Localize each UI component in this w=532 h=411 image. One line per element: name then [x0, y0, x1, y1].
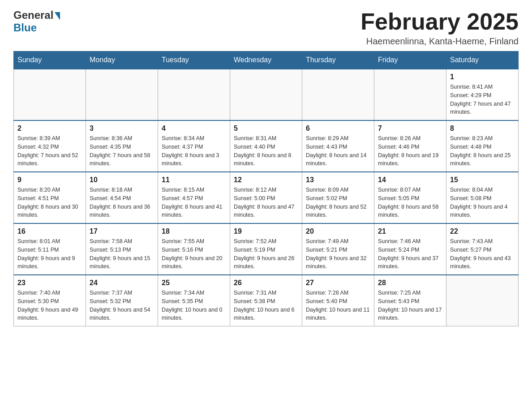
day-number: 22: [450, 227, 515, 235]
day-number: 20: [306, 227, 370, 235]
day-number: 13: [306, 176, 370, 184]
calendar-cell: 2Sunrise: 8:39 AMSunset: 4:32 PMDaylight…: [14, 120, 86, 172]
calendar-cell: [14, 69, 86, 120]
day-info: Sunrise: 8:39 AMSunset: 4:32 PMDaylight:…: [17, 134, 82, 168]
day-info: Sunrise: 8:07 AMSunset: 5:05 PMDaylight:…: [378, 186, 442, 219]
day-info: Sunrise: 7:43 AMSunset: 5:27 PMDaylight:…: [450, 237, 515, 271]
calendar-subtitle: Haemeenlinna, Kanta-Haeme, Finland: [360, 36, 519, 47]
day-number: 11: [162, 176, 226, 184]
day-info: Sunrise: 8:12 AMSunset: 5:00 PMDaylight:…: [234, 186, 298, 219]
day-number: 3: [90, 124, 154, 133]
day-number: 14: [378, 176, 442, 184]
title-section: February 2025 Haemeenlinna, Kanta-Haeme,…: [360, 9, 519, 47]
calendar-cell: 19Sunrise: 7:52 AMSunset: 5:19 PMDayligh…: [230, 223, 302, 275]
day-number: 28: [378, 279, 442, 287]
day-number: 1: [450, 73, 515, 81]
logo-general-text: General: [13, 9, 53, 21]
calendar-cell: 12Sunrise: 8:12 AMSunset: 5:00 PMDayligh…: [230, 172, 302, 223]
weekday-header-monday: Monday: [86, 51, 158, 69]
calendar-cell: 5Sunrise: 8:31 AMSunset: 4:40 PMDaylight…: [230, 120, 302, 172]
calendar-table: SundayMondayTuesdayWednesdayThursdayFrid…: [13, 51, 519, 326]
calendar-cell: [86, 69, 158, 120]
day-info: Sunrise: 8:15 AMSunset: 4:57 PMDaylight:…: [162, 186, 226, 219]
day-number: 7: [378, 124, 442, 133]
day-info: Sunrise: 7:31 AMSunset: 5:38 PMDaylight:…: [234, 289, 298, 322]
day-info: Sunrise: 8:41 AMSunset: 4:29 PMDaylight:…: [450, 83, 515, 116]
day-info: Sunrise: 8:18 AMSunset: 4:54 PMDaylight:…: [90, 186, 154, 219]
calendar-week-row: 23Sunrise: 7:40 AMSunset: 5:30 PMDayligh…: [14, 275, 519, 326]
day-info: Sunrise: 8:04 AMSunset: 5:08 PMDaylight:…: [450, 186, 515, 219]
calendar-cell: 20Sunrise: 7:49 AMSunset: 5:21 PMDayligh…: [302, 223, 374, 275]
day-info: Sunrise: 8:09 AMSunset: 5:02 PMDaylight:…: [306, 186, 370, 219]
day-number: 27: [306, 279, 370, 287]
calendar-cell: 16Sunrise: 8:01 AMSunset: 5:11 PMDayligh…: [14, 223, 86, 275]
day-info: Sunrise: 8:20 AMSunset: 4:51 PMDaylight:…: [17, 186, 82, 219]
day-number: 26: [234, 279, 298, 287]
day-number: 15: [450, 176, 515, 184]
logo-blue-text: Blue: [13, 21, 37, 34]
weekday-header-thursday: Thursday: [302, 51, 374, 69]
weekday-header-tuesday: Tuesday: [158, 51, 230, 69]
logo: General Blue: [13, 9, 60, 34]
day-number: 8: [450, 124, 515, 133]
calendar-cell: 15Sunrise: 8:04 AMSunset: 5:08 PMDayligh…: [446, 172, 519, 223]
calendar-cell: 28Sunrise: 7:25 AMSunset: 5:43 PMDayligh…: [374, 275, 446, 326]
weekday-header-friday: Friday: [374, 51, 446, 69]
day-number: 23: [17, 279, 82, 287]
calendar-cell: 4Sunrise: 8:34 AMSunset: 4:37 PMDaylight…: [158, 120, 230, 172]
calendar-cell: 18Sunrise: 7:55 AMSunset: 5:16 PMDayligh…: [158, 223, 230, 275]
calendar-week-row: 1Sunrise: 8:41 AMSunset: 4:29 PMDaylight…: [14, 69, 519, 120]
calendar-cell: [158, 69, 230, 120]
day-number: 12: [234, 176, 298, 184]
day-number: 10: [90, 176, 154, 184]
calendar-title: February 2025: [360, 9, 519, 34]
day-number: 17: [90, 227, 154, 235]
day-info: Sunrise: 7:52 AMSunset: 5:19 PMDaylight:…: [234, 237, 298, 271]
day-number: 25: [162, 279, 226, 287]
weekday-header-sunday: Sunday: [14, 51, 86, 69]
calendar-cell: 11Sunrise: 8:15 AMSunset: 4:57 PMDayligh…: [158, 172, 230, 223]
calendar-cell: 7Sunrise: 8:26 AMSunset: 4:46 PMDaylight…: [374, 120, 446, 172]
calendar-cell: 9Sunrise: 8:20 AMSunset: 4:51 PMDaylight…: [14, 172, 86, 223]
calendar-cell: 27Sunrise: 7:28 AMSunset: 5:40 PMDayligh…: [302, 275, 374, 326]
day-info: Sunrise: 7:34 AMSunset: 5:35 PMDaylight:…: [162, 289, 226, 322]
calendar-week-row: 9Sunrise: 8:20 AMSunset: 4:51 PMDaylight…: [14, 172, 519, 223]
day-info: Sunrise: 8:29 AMSunset: 4:43 PMDaylight:…: [306, 134, 370, 168]
day-info: Sunrise: 7:58 AMSunset: 5:13 PMDaylight:…: [90, 237, 154, 271]
day-info: Sunrise: 8:23 AMSunset: 4:48 PMDaylight:…: [450, 134, 515, 168]
calendar-cell: 14Sunrise: 8:07 AMSunset: 5:05 PMDayligh…: [374, 172, 446, 223]
calendar-cell: 26Sunrise: 7:31 AMSunset: 5:38 PMDayligh…: [230, 275, 302, 326]
day-info: Sunrise: 7:25 AMSunset: 5:43 PMDaylight:…: [378, 289, 442, 322]
day-info: Sunrise: 8:36 AMSunset: 4:35 PMDaylight:…: [90, 134, 154, 168]
calendar-cell: 6Sunrise: 8:29 AMSunset: 4:43 PMDaylight…: [302, 120, 374, 172]
page-header: General Blue February 2025 Haemeenlinna,…: [13, 9, 519, 47]
weekday-header-wednesday: Wednesday: [230, 51, 302, 69]
calendar-header: SundayMondayTuesdayWednesdayThursdayFrid…: [14, 51, 519, 69]
calendar-cell: [230, 69, 302, 120]
day-info: Sunrise: 7:28 AMSunset: 5:40 PMDaylight:…: [306, 289, 370, 322]
day-info: Sunrise: 8:26 AMSunset: 4:46 PMDaylight:…: [378, 134, 442, 168]
day-number: 5: [234, 124, 298, 133]
calendar-body: 1Sunrise: 8:41 AMSunset: 4:29 PMDaylight…: [14, 69, 519, 326]
calendar-cell: 3Sunrise: 8:36 AMSunset: 4:35 PMDaylight…: [86, 120, 158, 172]
calendar-cell: [446, 275, 519, 326]
calendar-week-row: 2Sunrise: 8:39 AMSunset: 4:32 PMDaylight…: [14, 120, 519, 172]
calendar-cell: 25Sunrise: 7:34 AMSunset: 5:35 PMDayligh…: [158, 275, 230, 326]
day-number: 18: [162, 227, 226, 235]
weekday-header-row: SundayMondayTuesdayWednesdayThursdayFrid…: [14, 51, 519, 69]
calendar-cell: 23Sunrise: 7:40 AMSunset: 5:30 PMDayligh…: [14, 275, 86, 326]
day-number: 24: [90, 279, 154, 287]
day-number: 2: [17, 124, 82, 133]
day-info: Sunrise: 8:31 AMSunset: 4:40 PMDaylight:…: [234, 134, 298, 168]
day-info: Sunrise: 7:55 AMSunset: 5:16 PMDaylight:…: [162, 237, 226, 271]
calendar-cell: [302, 69, 374, 120]
calendar-cell: 10Sunrise: 8:18 AMSunset: 4:54 PMDayligh…: [86, 172, 158, 223]
day-info: Sunrise: 7:49 AMSunset: 5:21 PMDaylight:…: [306, 237, 370, 271]
day-number: 19: [234, 227, 298, 235]
day-number: 4: [162, 124, 226, 133]
day-number: 16: [17, 227, 82, 235]
day-number: 6: [306, 124, 370, 133]
day-info: Sunrise: 7:46 AMSunset: 5:24 PMDaylight:…: [378, 237, 442, 271]
calendar-cell: 24Sunrise: 7:37 AMSunset: 5:32 PMDayligh…: [86, 275, 158, 326]
calendar-cell: 8Sunrise: 8:23 AMSunset: 4:48 PMDaylight…: [446, 120, 519, 172]
